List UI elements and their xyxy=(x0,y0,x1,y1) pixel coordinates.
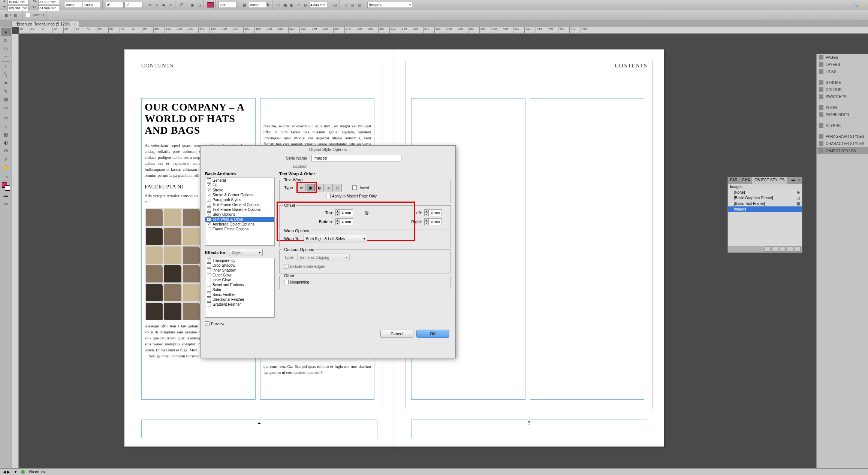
note-tool[interactable]: ✉ xyxy=(1,147,11,155)
fx-basic-feather[interactable]: Basic Feather xyxy=(205,292,274,297)
select-content-icon[interactable]: ▢ xyxy=(196,2,202,8)
wrap-jump-icon[interactable]: ≡ xyxy=(296,2,302,8)
panel-menu-icon[interactable]: ≡ xyxy=(797,177,802,184)
object-styles-panel[interactable]: PAR CHA OBJECT STYLES ▸▸ ≡ Images [None]… xyxy=(727,177,802,253)
footer-frame-left[interactable] xyxy=(141,420,377,438)
vertical-ruler[interactable] xyxy=(12,34,19,475)
text-frame-p5-col2[interactable] xyxy=(530,98,644,400)
view-mode-icon[interactable]: ▭ xyxy=(1,200,11,208)
scale-y-input[interactable] xyxy=(83,2,101,8)
image-frame[interactable] xyxy=(145,208,201,320)
rotate-input[interactable] xyxy=(106,2,124,8)
panel-pathfinder[interactable]: PATHFINDER xyxy=(817,111,868,118)
line-tool[interactable]: ╲ xyxy=(1,71,11,79)
obj-style-none[interactable]: [None]⊘ xyxy=(728,190,802,195)
frame-grid-icon2[interactable]: ▦ xyxy=(12,12,18,18)
wrap-jumpcol-icon[interactable]: ⊟ xyxy=(302,2,308,8)
attr-stroke-corner-options[interactable]: ✓Stroke & Corner Options xyxy=(205,193,274,197)
attr-text-wrap-other[interactable]: ✓Text Wrap & Other xyxy=(205,217,274,222)
page-tool[interactable]: ▭ xyxy=(1,44,11,52)
wrap-type-jump[interactable]: ≡ xyxy=(325,184,333,191)
zoom-dropdown[interactable]: ◀ ▶ xyxy=(3,470,10,474)
fx-drop-shadow[interactable]: Drop Shadow xyxy=(205,263,274,268)
panel-btn-new[interactable] xyxy=(787,246,793,252)
search-icon[interactable]: 🔍 xyxy=(853,2,859,8)
pencil-tool[interactable]: ✎ xyxy=(1,87,11,96)
free-transform-tool[interactable]: ⟐ xyxy=(1,122,11,130)
panel-object-styles[interactable]: OBJECT STYLES xyxy=(817,147,868,154)
offset-left-input[interactable]: 4 mm xyxy=(429,209,442,216)
center-content-icon[interactable]: ⊡ xyxy=(356,2,362,8)
gap-tool[interactable]: ↔ xyxy=(1,52,11,61)
attr-text-frame-general-options[interactable]: ✓Text Frame General Options xyxy=(205,202,274,207)
panel-links[interactable]: LINKS xyxy=(817,68,868,75)
rotate-ccw-icon[interactable]: ↺ xyxy=(147,2,153,8)
shear-input[interactable] xyxy=(124,2,142,8)
panel-btn2[interactable] xyxy=(772,246,778,252)
panel-align[interactable]: ALIGN xyxy=(817,104,868,111)
fx-transparency[interactable]: ✓Transparency xyxy=(205,258,274,263)
fit-frame-icon[interactable]: ⊞ xyxy=(350,2,356,8)
invert-checkbox[interactable] xyxy=(352,185,357,190)
attr-general[interactable]: General xyxy=(205,178,274,183)
effects-icon[interactable]: ▦ xyxy=(241,2,247,8)
apply-color-icon[interactable]: ▬ xyxy=(1,191,11,200)
apply-master-checkbox[interactable] xyxy=(326,194,331,198)
wrap-none-icon[interactable]: ▭ xyxy=(275,2,281,8)
panel-glyphs[interactable]: GLYPHS xyxy=(817,122,868,129)
corner-options-icon[interactable]: ◲ xyxy=(332,2,338,8)
character-panel-icon[interactable]: P xyxy=(178,2,184,8)
footer-frame-right[interactable] xyxy=(411,420,647,438)
document-tab[interactable]: *Brochure_Tutorial.indd @ 129% × xyxy=(11,21,80,27)
flyout-icon[interactable]: ⚡ xyxy=(861,2,867,8)
flip-v-icon[interactable]: ⇵ xyxy=(168,2,174,8)
x-input[interactable] xyxy=(7,0,28,5)
zoom-tool[interactable]: 🔍 xyxy=(1,172,11,180)
preflight-status-icon[interactable] xyxy=(21,470,25,474)
stroke-weight-input[interactable] xyxy=(218,2,236,8)
page-nav[interactable]: ▾ xyxy=(15,470,16,474)
panel-collapse-icon[interactable]: ▸▸ xyxy=(790,177,797,184)
wrap-to-select[interactable]: Both Right & Left Sides xyxy=(304,235,367,242)
offset-right-input[interactable]: 4 mm xyxy=(429,218,442,225)
panel-layers[interactable]: LAYERS xyxy=(817,61,868,68)
rectangle-frame-tool[interactable]: ⊠ xyxy=(1,96,11,104)
panel-btn-delete[interactable] xyxy=(795,246,801,252)
panel-tab-objstyles[interactable]: OBJECT STYLES xyxy=(752,177,787,184)
rectangle-tool[interactable]: ▭ xyxy=(1,104,11,112)
autofit-checkbox[interactable] xyxy=(26,13,30,17)
selection-tool[interactable]: ▲ xyxy=(1,28,11,36)
panel-paragraph-styles[interactable]: PARAGRAPH STYLES xyxy=(817,133,868,140)
fit-content-icon[interactable]: ⊡ xyxy=(343,2,349,8)
panel-character-styles[interactable]: CHARACTER STYLES xyxy=(817,140,868,147)
attr-text-frame-baseline-options[interactable]: ✓Text Frame Baseline Options xyxy=(205,207,274,212)
object-style-dropdown[interactable]: Images xyxy=(367,2,412,8)
gradient-swatch-tool[interactable]: ▦ xyxy=(1,130,11,139)
eyedropper-tool[interactable]: ⤢ xyxy=(1,155,11,163)
wrap-offset-input[interactable] xyxy=(309,2,327,8)
obj-style-basic-graphics[interactable]: [Basic Graphics Frame]▢ xyxy=(728,195,802,201)
attr-stroke[interactable]: ✓Stroke xyxy=(205,188,274,193)
fx-inner-shadow[interactable]: Inner Shadow xyxy=(205,268,274,273)
preview-checkbox[interactable]: ✓ xyxy=(205,321,210,326)
frame-grid-icon[interactable]: ▦ xyxy=(3,12,9,18)
wrap-type-column[interactable]: ⊟ xyxy=(334,184,342,191)
flip-h-icon[interactable]: ⇋ xyxy=(161,2,167,8)
fill-swatch[interactable] xyxy=(207,2,214,7)
style-name-input[interactable] xyxy=(311,155,401,161)
pen-tool[interactable]: ✒ xyxy=(1,79,11,87)
panel-pages[interactable]: PAGES xyxy=(817,54,868,61)
panel-tab-par[interactable]: PAR xyxy=(728,177,740,184)
effects-for-select[interactable]: Object xyxy=(229,249,263,256)
fx-gradient-feather[interactable]: Gradient Feather xyxy=(205,302,274,307)
obj-style-images[interactable]: Images xyxy=(728,206,802,212)
opacity-input[interactable] xyxy=(248,2,266,8)
select-container-icon[interactable]: ▣ xyxy=(189,2,195,8)
cancel-button[interactable]: Cancel xyxy=(380,330,413,338)
wrap-type-shape[interactable]: ◐ xyxy=(316,184,324,191)
rotate-cw-icon[interactable]: ↻ xyxy=(154,2,160,8)
fx-outer-glow[interactable]: Outer Glow xyxy=(205,273,274,278)
panel-stroke[interactable]: STROKE xyxy=(817,79,868,86)
fx-bevel-and-emboss[interactable]: Bevel and Emboss xyxy=(205,282,274,287)
preflight-status[interactable]: No errors xyxy=(29,470,45,474)
